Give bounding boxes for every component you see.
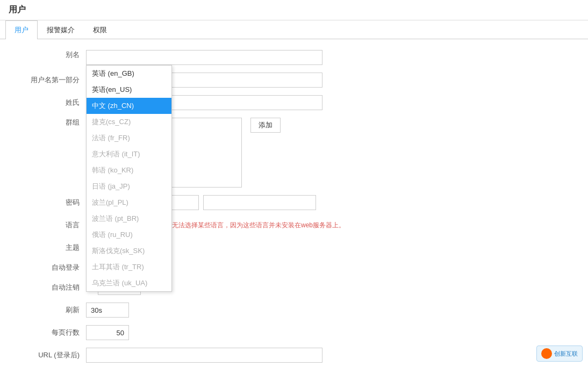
alias-row: 别名 英语 (en_GB) 英语(en_US) 中文 (zh_CN) 捷克(cs… (21, 50, 567, 65)
dropdown-item-it-it[interactable]: 意大利语 (it_IT) (87, 146, 171, 162)
firstname-label: 用户名第一部分 (21, 75, 86, 85)
tabs-bar: 用户 报警媒介 权限 (0, 20, 588, 39)
password-label: 密码 (21, 198, 86, 207)
dropdown-item-cs-cz[interactable]: 捷克(cs_CZ) (87, 114, 171, 130)
url-row: URL (登录后) (21, 348, 567, 363)
dropdown-item-fr-fr[interactable]: 法语 (fr_FR) (87, 130, 171, 146)
dropdown-item-ja-jp[interactable]: 日语 (ja_JP) (87, 178, 171, 195)
dropdown-item-ru-ru[interactable]: 俄语 (ru_RU) (87, 227, 171, 243)
language-dropdown-menu: 英语 (en_GB) 英语(en_US) 中文 (zh_CN) 捷克(cs_CZ… (86, 65, 172, 292)
autologout-label: 自动注销 (21, 283, 86, 292)
dropdown-item-pt-br[interactable]: 波兰语 (pt_BR) (87, 211, 171, 227)
page-wrapper: 用户 用户 报警媒介 权限 别名 英语 (en_GB) 英语(en_US) 中文… (0, 0, 588, 367)
dropdown-item-tr-tr[interactable]: 土耳其语 (tr_TR) (87, 259, 171, 275)
form-area: 别名 英语 (en_GB) 英语(en_US) 中文 (zh_CN) 捷克(cs… (0, 39, 588, 367)
alias-input[interactable] (86, 50, 322, 65)
groups-label: 群组 (21, 118, 86, 127)
logo-icon (541, 348, 552, 359)
rows-per-page-label: 每页行数 (21, 328, 86, 337)
refresh-row: 刷新 (21, 303, 567, 318)
theme-label: 主题 (21, 243, 86, 253)
alias-label: 别名 (21, 50, 86, 60)
rows-per-page-row: 每页行数 (21, 325, 567, 340)
logo-text: 创新互联 (554, 350, 578, 358)
logo-badge: 创新互联 (536, 346, 583, 362)
dropdown-item-en-gb[interactable]: 英语 (en_GB) (87, 66, 171, 82)
dropdown-item-ko-kr[interactable]: 韩语 (ko_KR) (87, 162, 171, 178)
tab-alert[interactable]: 报警媒介 (38, 20, 84, 39)
refresh-label: 刷新 (21, 305, 86, 315)
rows-per-page-input[interactable] (86, 325, 129, 340)
refresh-input[interactable] (86, 303, 129, 318)
tab-user[interactable]: 用户 (5, 20, 38, 39)
password-input2[interactable] (203, 195, 316, 210)
dropdown-item-sk-sk[interactable]: 斯洛伐克(sk_SK) (87, 243, 171, 259)
tab-permission[interactable]: 权限 (84, 20, 116, 39)
add-group-button[interactable]: 添加 (250, 118, 281, 133)
dropdown-item-pl-pl[interactable]: 波兰(pl_PL) (87, 195, 171, 211)
dropdown-item-zh-cn[interactable]: 中文 (zh_CN) (87, 98, 171, 114)
page-title: 用户 (0, 0, 588, 20)
url-input[interactable] (86, 348, 322, 363)
language-warning: 您无法选择某些语言，因为这些语言并未安装在web服务器上。 (166, 221, 345, 230)
lastname-label: 姓氏 (21, 98, 86, 107)
language-label: 语言 (21, 220, 86, 230)
dropdown-item-uk-ua[interactable]: 乌克兰语 (uk_UA) (87, 275, 171, 291)
url-label: URL (登录后) (21, 350, 86, 360)
autologin-label: 自动登录 (21, 263, 86, 272)
dropdown-item-en-us[interactable]: 英语(en_US) (87, 82, 171, 98)
